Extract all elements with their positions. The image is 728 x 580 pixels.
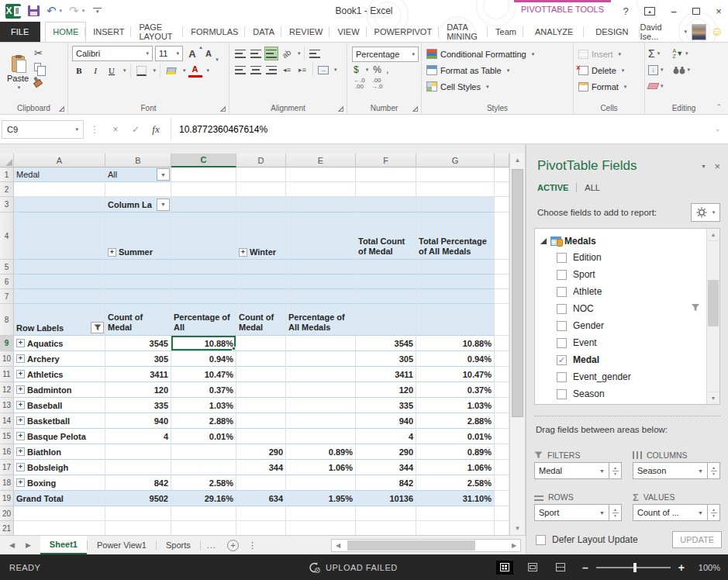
cell-B10[interactable]: 305 <box>105 351 171 367</box>
cell-H17[interactable] <box>495 460 509 475</box>
cell-E20[interactable] <box>286 506 356 521</box>
cell-G16[interactable]: 0.89% <box>416 444 495 460</box>
cell-F8[interactable] <box>356 304 416 336</box>
fields-scroll-down-icon[interactable]: ▼ <box>707 392 719 404</box>
cell-D18[interactable] <box>236 475 286 491</box>
cell-F11[interactable]: 3411 <box>356 367 416 382</box>
row-header-13[interactable]: 13 <box>0 398 14 413</box>
expand-icon[interactable]: + <box>16 416 25 425</box>
filters-field[interactable]: Medal▼ <box>534 462 609 479</box>
row-header-5[interactable]: 5 <box>0 260 14 274</box>
cell-B7[interactable] <box>105 289 171 304</box>
percent-style-button[interactable]: % <box>373 64 381 75</box>
pane-close-icon[interactable]: × <box>714 161 720 172</box>
select-all-corner[interactable] <box>0 154 14 167</box>
autosum-button[interactable]: Σ▾ <box>648 47 664 60</box>
column-header-E[interactable]: E <box>286 154 356 167</box>
cell-E8[interactable]: Percentage of All Medals <box>286 304 356 336</box>
cell-H12[interactable] <box>495 382 509 398</box>
field-checkbox-event-gender[interactable] <box>557 372 567 382</box>
cell-G21[interactable] <box>416 521 495 535</box>
scroll-right-icon[interactable]: ▶ <box>508 542 520 549</box>
field-item-athlete[interactable]: Athlete <box>540 283 706 300</box>
user-dropdown-icon[interactable]: ▾ <box>685 29 688 35</box>
underline-button[interactable]: U <box>105 64 119 78</box>
pane-options-icon[interactable]: ▾ <box>702 163 705 170</box>
pane-tab-active[interactable]: ACTIVE <box>537 183 568 192</box>
cell-G14[interactable]: 2.88% <box>416 413 495 429</box>
zoom-slider-thumb[interactable] <box>633 563 637 572</box>
fields-scrollbar[interactable]: ▲ ▼ <box>706 229 719 404</box>
cell-H20[interactable] <box>495 506 509 521</box>
undo-dropdown-icon[interactable]: ▾ <box>60 8 63 14</box>
cell-G4[interactable]: Total Percentage of All Medals <box>416 212 495 260</box>
row-header-8[interactable]: 8 <box>0 304 14 336</box>
cell-E10[interactable] <box>286 351 356 367</box>
cell-B11[interactable]: 3411 <box>105 367 171 382</box>
align-right-button[interactable] <box>264 63 278 77</box>
cell-C12[interactable]: 0.37% <box>171 382 236 398</box>
cell-C5[interactable] <box>171 260 236 274</box>
cell-D21[interactable] <box>236 521 286 535</box>
grow-font-button[interactable]: A▲ <box>185 47 199 60</box>
cell-D9[interactable] <box>236 336 286 351</box>
cell-H2[interactable] <box>495 182 509 197</box>
cell-G2[interactable] <box>416 182 495 197</box>
cell-A20[interactable] <box>14 506 105 521</box>
cell-H8[interactable] <box>495 304 509 336</box>
name-box[interactable]: C9▾ <box>2 120 84 139</box>
cell-A17[interactable]: +Bobsleigh <box>14 460 105 475</box>
cell-D7[interactable] <box>236 289 286 304</box>
cell-A10[interactable]: +Archery <box>14 351 105 367</box>
values-stepper[interactable]: ▲▼ <box>708 504 720 521</box>
cell-G5[interactable] <box>416 260 495 274</box>
cell-G17[interactable]: 1.06% <box>416 460 495 475</box>
find-select-button[interactable]: ▾ <box>673 63 691 77</box>
cell-F13[interactable]: 335 <box>356 398 416 413</box>
cell-D15[interactable] <box>236 429 286 444</box>
cell-A18[interactable]: +Boxing <box>14 475 105 491</box>
expand-icon[interactable]: + <box>16 447 25 456</box>
font-color-button[interactable]: A <box>188 64 202 78</box>
cell-D8[interactable]: Count of Medal <box>236 304 286 336</box>
horizontal-scroll-thumb[interactable] <box>347 540 475 551</box>
cell-B14[interactable]: 940 <box>105 413 171 429</box>
cell-C13[interactable]: 1.03% <box>171 398 236 413</box>
cell-G15[interactable]: 0.01% <box>416 429 495 444</box>
row-header-12[interactable]: 12 <box>0 382 14 398</box>
row-header-18[interactable]: 18 <box>0 475 14 491</box>
formula-input[interactable]: 10.8772360467614% <box>171 118 709 140</box>
top-align-button[interactable] <box>233 47 247 60</box>
cell-H11[interactable] <box>495 367 509 382</box>
align-center-button[interactable] <box>249 63 263 77</box>
cell-G1[interactable] <box>416 167 495 182</box>
cell-B17[interactable] <box>105 460 171 475</box>
row-header-11[interactable]: 11 <box>0 367 14 382</box>
cut-button[interactable]: ✂ <box>34 47 47 60</box>
cell-D19[interactable]: 634 <box>236 491 286 506</box>
expand-icon[interactable]: + <box>16 478 25 487</box>
field-item-event[interactable]: Event <box>540 334 706 351</box>
cell-C2[interactable] <box>171 182 236 197</box>
cell-E2[interactable] <box>286 182 356 197</box>
row-header-7[interactable]: 7 <box>0 289 14 304</box>
expand-icon[interactable]: + <box>16 370 25 378</box>
tab-analyze[interactable]: ANALYZE <box>524 22 585 42</box>
insert-cells-button[interactable]: Insert▾ <box>578 47 626 61</box>
cell-F1[interactable] <box>356 167 416 182</box>
zoom-out-icon[interactable]: – <box>582 561 588 574</box>
field-checkbox-edition[interactable] <box>557 253 567 263</box>
field-checkbox-athlete[interactable] <box>557 287 567 297</box>
tab-review[interactable]: REVIEW <box>282 22 330 42</box>
scroll-up-icon[interactable]: ▲ <box>510 154 525 167</box>
cell-dropdown-button[interactable]: ▼ <box>157 199 170 211</box>
cell-B8[interactable]: Count of Medal <box>105 304 171 336</box>
cell-E21[interactable] <box>286 521 356 535</box>
expand-icon[interactable]: + <box>108 248 116 257</box>
page-break-view-button[interactable] <box>552 561 569 575</box>
number-dialog-launcher-icon[interactable] <box>412 106 418 112</box>
customize-qat-icon[interactable]: ▾ <box>93 8 102 14</box>
cell-A16[interactable]: +Biathlon <box>14 444 105 460</box>
cell-H14[interactable] <box>495 413 509 429</box>
cell-D11[interactable] <box>236 367 286 382</box>
